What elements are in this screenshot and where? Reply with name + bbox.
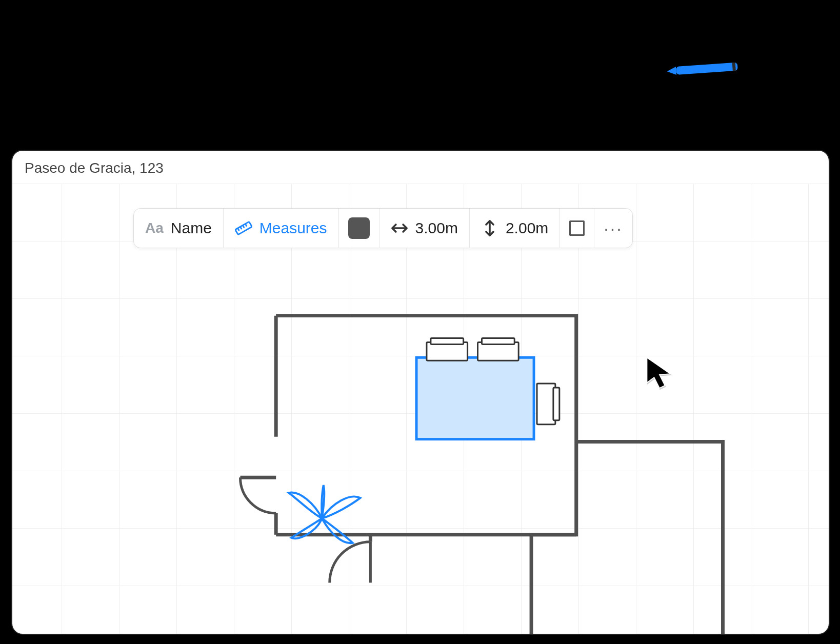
vertical-arrows-icon [481, 219, 498, 237]
svg-marker-1 [667, 67, 676, 75]
measures-label: Measures [259, 219, 327, 237]
fill-color-button[interactable] [339, 209, 379, 248]
svg-line-4 [237, 228, 239, 231]
svg-line-5 [240, 227, 242, 229]
fill-swatch-icon [348, 217, 370, 239]
document-title: Paseo de Gracia, 123 [25, 160, 164, 176]
horizontal-arrows-icon [391, 219, 408, 237]
cursor-pointer-icon [644, 356, 675, 392]
svg-marker-17 [647, 358, 671, 389]
name-field-label: Name [171, 219, 212, 237]
width-field[interactable]: 3.00m [379, 209, 470, 248]
more-options-button[interactable]: ··· [594, 209, 632, 248]
floor-plan-editor-window: Paseo de Gracia, 123 Aa Name Me [11, 150, 830, 635]
measures-toggle[interactable]: Measures [224, 209, 339, 248]
svg-rect-2 [732, 63, 736, 71]
square-outline-icon [569, 220, 585, 236]
svg-rect-0 [676, 63, 738, 75]
text-aa-icon: Aa [145, 220, 164, 236]
object-toolbar: Aa Name Measures [133, 208, 633, 248]
width-value: 3.00m [415, 219, 458, 237]
svg-line-6 [243, 225, 244, 228]
name-field-button[interactable]: Aa Name [134, 209, 224, 248]
height-field[interactable]: 2.00m [470, 209, 560, 248]
svg-line-7 [245, 224, 247, 227]
height-value: 2.00m [506, 219, 548, 237]
canvas-grid[interactable] [12, 184, 829, 634]
ellipsis-icon: ··· [604, 218, 623, 238]
shape-outline-button[interactable] [560, 209, 594, 248]
ruler-icon [235, 219, 252, 237]
